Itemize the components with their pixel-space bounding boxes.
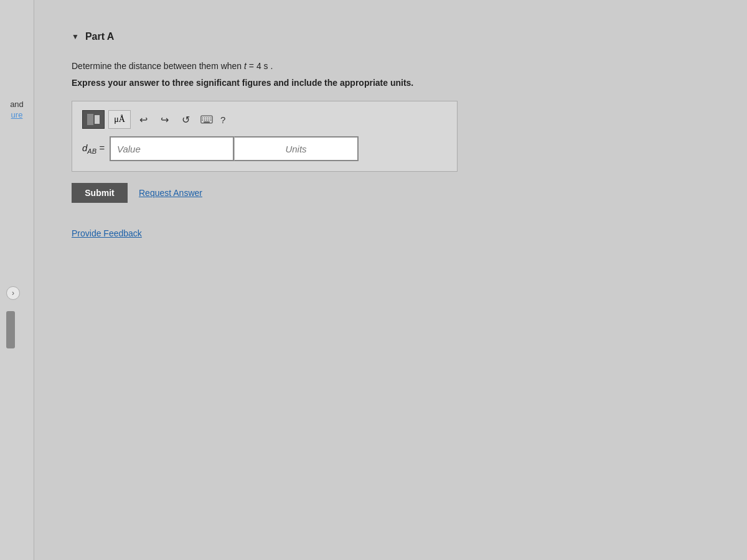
provide-feedback-button[interactable]: Provide Feedback bbox=[72, 228, 142, 238]
input-row: dAB = bbox=[82, 136, 447, 161]
equals-sign: = bbox=[99, 142, 105, 153]
part-a-header: ▼ Part A bbox=[72, 31, 710, 42]
refresh-icon: ↺ bbox=[182, 114, 190, 126]
submit-button[interactable]: Submit bbox=[72, 183, 128, 203]
toolbar: μÅ ↩ ↪ ↺ bbox=[82, 110, 447, 129]
units-input[interactable] bbox=[234, 136, 359, 161]
dab-label: dAB = bbox=[82, 142, 105, 155]
mu-button[interactable]: μÅ bbox=[108, 110, 131, 129]
reset-button[interactable]: ↺ bbox=[177, 111, 194, 128]
redo-icon: ↪ bbox=[161, 114, 169, 126]
collapse-arrow-icon[interactable]: ▼ bbox=[72, 32, 79, 41]
instruction-line1: Determine the distance between them when… bbox=[72, 60, 710, 73]
dab-subscript: AB bbox=[87, 147, 96, 155]
sidebar-text-ure[interactable]: ure bbox=[11, 110, 23, 119]
answer-box: μÅ ↩ ↪ ↺ bbox=[72, 101, 458, 172]
button-row: Submit Request Answer bbox=[72, 183, 710, 203]
undo-button[interactable]: ↩ bbox=[134, 111, 152, 128]
main-content: ▼ Part A Determine the distance between … bbox=[34, 0, 747, 560]
block-icon-dark bbox=[87, 114, 93, 125]
keyboard-button[interactable] bbox=[198, 111, 215, 128]
request-answer-button[interactable]: Request Answer bbox=[139, 188, 202, 198]
help-button[interactable]: ? bbox=[220, 114, 225, 125]
undo-icon: ↩ bbox=[139, 114, 148, 126]
sidebar-scroll-bar[interactable] bbox=[6, 311, 15, 348]
sidebar-text-and: and bbox=[10, 100, 24, 109]
keyboard-icon bbox=[200, 115, 213, 124]
redo-button[interactable]: ↪ bbox=[156, 111, 173, 128]
mu-label: μÅ bbox=[114, 114, 125, 124]
part-a-title: Part A bbox=[85, 31, 115, 42]
block-icon-light bbox=[95, 115, 100, 124]
sidebar-expand-button[interactable]: › bbox=[6, 286, 20, 300]
format-icon-button[interactable] bbox=[82, 110, 105, 129]
sidebar: and ure › bbox=[0, 0, 34, 560]
instruction-line2: Express your answer to three significant… bbox=[72, 77, 710, 90]
value-input[interactable] bbox=[110, 136, 234, 161]
